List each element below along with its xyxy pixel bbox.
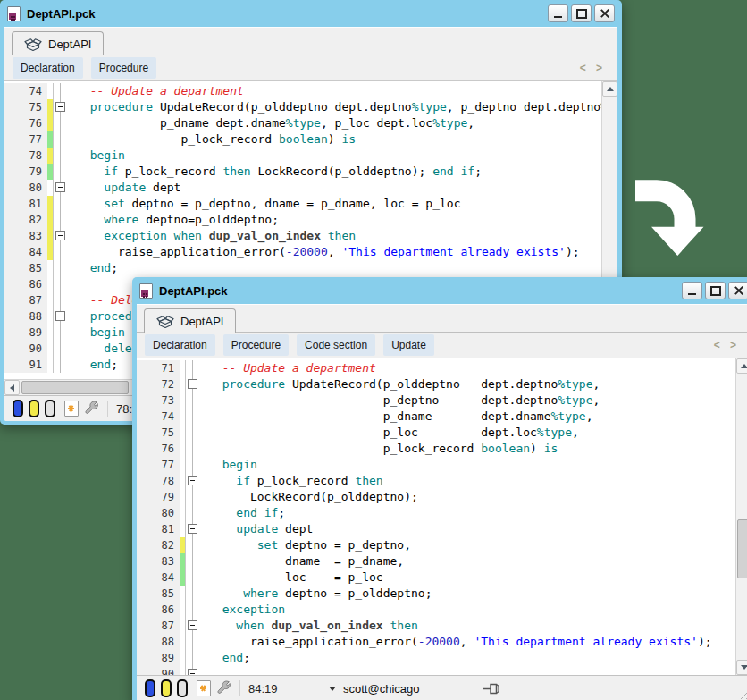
close-icon — [734, 286, 743, 295]
scroll-down-button[interactable] — [736, 660, 747, 675]
fold-gutter — [186, 586, 200, 602]
nav-next-icon[interactable]: > — [730, 339, 740, 351]
change-marker — [47, 292, 54, 308]
code-line: 81 update dept — [137, 521, 747, 537]
fold-collapse-icon[interactable] — [188, 476, 197, 485]
code-line: 79 LockRecord(p_olddeptno); — [137, 489, 747, 505]
titlebar[interactable]: DeptAPI.pck — [137, 277, 747, 304]
code-line: 80 update dept — [4, 180, 617, 196]
code-line: 73 p_deptno dept.deptno%type, — [137, 392, 747, 409]
fold-gutter — [54, 148, 68, 164]
change-marker — [180, 586, 186, 602]
code-line: 78 begin — [4, 148, 617, 164]
tab-code-section[interactable]: Code section — [297, 334, 375, 356]
close-button[interactable] — [594, 4, 615, 22]
desktop: { "desktop": {"bg": "#477150"}, "nav": {… — [0, 0, 747, 700]
arrow-down-icon — [741, 665, 747, 670]
code-text: where deptno = p_olddeptno; — [200, 586, 432, 602]
code-text: begin — [200, 457, 257, 473]
code-text: dname = p_dname, — [200, 553, 404, 569]
nav-next-icon[interactable]: > — [596, 62, 606, 74]
section-nav: < > — [714, 339, 743, 351]
tab-declaration[interactable]: Declaration — [13, 57, 83, 79]
code-line: 77 begin — [137, 457, 747, 473]
nav-prev-icon[interactable]: < — [714, 339, 724, 351]
code-text — [68, 276, 76, 292]
change-marker — [47, 325, 54, 341]
status-pill-yellow — [29, 400, 39, 417]
code-line: 84 loc = p_loc — [137, 569, 747, 586]
fold-gutter — [186, 489, 200, 505]
fold-collapse-icon[interactable] — [55, 102, 65, 112]
fold-gutter — [54, 196, 68, 212]
maximize-button[interactable] — [571, 4, 592, 22]
code-text: end if; — [200, 505, 285, 521]
fold-gutter — [186, 425, 200, 441]
code-text: update dept — [68, 180, 180, 196]
fold-collapse-icon[interactable] — [55, 311, 65, 321]
change-marker — [180, 505, 186, 521]
line-number: 84 — [4, 244, 47, 260]
change-marker — [47, 99, 54, 115]
line-number: 73 — [137, 392, 180, 409]
nav-prev-icon[interactable]: < — [580, 62, 590, 74]
code-line: 76 p_lock_record boolean) is — [137, 441, 747, 457]
fold-collapse-icon[interactable] — [188, 524, 197, 534]
resize-grip[interactable] — [738, 687, 747, 699]
tab-label: DeptAPI — [48, 38, 91, 51]
change-marker — [47, 180, 54, 196]
line-number: 77 — [137, 457, 180, 473]
scroll-left-button[interactable] — [4, 380, 20, 395]
tab-declaration[interactable]: Declaration — [145, 334, 215, 356]
window-client: DeptAPI Declaration Procedure Code secti… — [137, 304, 747, 700]
fold-collapse-icon[interactable] — [55, 182, 65, 192]
wrench-icon[interactable] — [84, 400, 99, 417]
titlebar[interactable]: DeptAPI.pck — [4, 0, 617, 27]
maximize-button[interactable] — [705, 282, 726, 299]
tab-update[interactable]: Update — [383, 334, 434, 356]
status-pill-blue — [13, 400, 23, 417]
scroll-up-button[interactable] — [602, 81, 617, 97]
minimize-button[interactable] — [548, 4, 568, 22]
line-number: 75 — [4, 99, 47, 115]
tab-deptapi[interactable]: DeptAPI — [144, 308, 236, 333]
code-line: 84 raise_application_error(-20000, 'This… — [4, 244, 617, 260]
change-marker — [47, 260, 54, 276]
wrench-icon[interactable] — [216, 679, 231, 697]
fold-gutter — [186, 409, 200, 425]
window-title: DeptAPI.pck — [159, 284, 228, 298]
fold-collapse-icon[interactable] — [55, 231, 65, 240]
scroll-up-button[interactable] — [736, 358, 747, 374]
vertical-scrollbar[interactable] — [735, 358, 747, 675]
line-number: 85 — [137, 586, 180, 602]
tab-deptapi[interactable]: DeptAPI — [12, 31, 104, 55]
change-marker — [180, 537, 186, 553]
line-number: 82 — [137, 537, 180, 553]
fold-collapse-icon[interactable] — [188, 379, 197, 389]
code-editor[interactable]: 71 -- Update a department72 procedure Up… — [137, 358, 747, 675]
change-marker — [47, 164, 54, 180]
status-pill-yellow — [161, 679, 172, 697]
change-marker — [47, 357, 54, 373]
code-line: 75 procedure UpdateRecord(p_olddeptno de… — [4, 99, 617, 115]
scroll-thumb[interactable] — [21, 381, 129, 394]
code-line: 79 if p_lock_record then LockRecord(p_ol… — [4, 164, 617, 180]
tab-procedure[interactable]: Procedure — [91, 57, 156, 79]
minimize-button[interactable] — [682, 282, 702, 299]
line-number: 88 — [4, 308, 47, 325]
tab-procedure[interactable]: Procedure — [223, 334, 289, 356]
fold-collapse-icon[interactable] — [188, 669, 197, 675]
close-button[interactable] — [728, 282, 747, 299]
code-line: 74 p_dname dept.dname%type, — [137, 409, 747, 425]
code-text: exception when dup_val_on_index then — [68, 228, 356, 244]
fold-collapse-icon[interactable] — [188, 620, 197, 630]
code-line: 87 when dup_val_on_index then — [137, 618, 747, 634]
line-number: 81 — [137, 521, 180, 537]
change-marker — [180, 569, 186, 586]
code-line: 76 p_dname dept.dname%type, p_loc dept.l… — [4, 115, 617, 131]
scroll-thumb[interactable] — [737, 519, 747, 578]
pin-icon[interactable] — [482, 682, 503, 696]
change-marker — [47, 196, 54, 212]
package-icon — [24, 37, 42, 52]
connection-selector[interactable]: scott@chicago — [329, 682, 419, 696]
